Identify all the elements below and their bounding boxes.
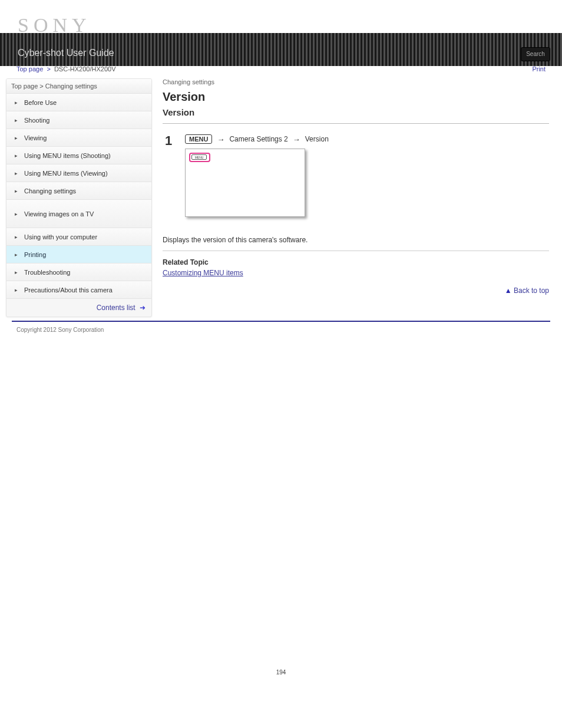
sidebar-item-changing-settings[interactable]: Changing settings: [6, 182, 151, 200]
content-area: Changing settings Version Version 1 MENU…: [163, 76, 556, 295]
description-text: Displays the version of this camera's so…: [163, 235, 549, 246]
sidebar-item-computer[interactable]: Using with your computer: [6, 228, 151, 246]
sidebar-item-shooting[interactable]: Shooting: [6, 111, 151, 129]
sidebar-item-troubleshooting[interactable]: Troubleshooting: [6, 263, 151, 281]
page-subtitle: Version: [163, 107, 549, 117]
back-to-top[interactable]: ▲ Back to top: [163, 286, 549, 295]
sidebar-item-tv[interactable]: Viewing images on a TV: [6, 200, 151, 228]
content-section: Changing settings: [163, 78, 549, 90]
sidebar-item-label: Using MENU items (Viewing): [24, 170, 108, 177]
triangle-up-icon: ▲: [505, 286, 512, 295]
menu-badge: MENU: [185, 134, 212, 144]
sidebar-item-label: Using MENU items (Shooting): [24, 152, 111, 159]
sidebar-item-precautions[interactable]: Precautions/About this camera: [6, 281, 151, 299]
top-page-link[interactable]: Top page: [16, 65, 43, 73]
search-button[interactable]: Search: [521, 47, 550, 61]
screen-menu-label: MENU: [191, 154, 207, 160]
arrow-right-icon: →: [293, 135, 300, 144]
sidebar-contents-link[interactable]: Contents list ➜: [6, 299, 151, 317]
sidebar-item-label: Before Use: [24, 99, 57, 106]
sidebar-item-label: Shooting: [24, 117, 49, 124]
sidebar-item-label: Using with your computer: [24, 233, 97, 241]
step-row: 1 MENU → Camera Settings 2 → Version MEN…: [165, 134, 549, 229]
sidebar-item-before-use[interactable]: Before Use: [6, 94, 151, 111]
step-path: MENU → Camera Settings 2 → Version: [185, 134, 549, 144]
sidebar-item-label: Viewing images on a TV: [24, 210, 94, 218]
sidebar-item-label: Precautions/About this camera: [24, 286, 113, 294]
sidebar-item-menu-viewing[interactable]: Using MENU items (Viewing): [6, 164, 151, 182]
sidebar-item-menu-shooting[interactable]: Using MENU items (Shooting): [6, 147, 151, 164]
path-part-1: Camera Settings 2: [229, 135, 287, 143]
model-name: DSC-HX200/HX200V: [54, 65, 116, 73]
related-title: Related Topic: [163, 258, 549, 266]
sidebar-item-printing[interactable]: Printing: [6, 246, 151, 263]
footer-rule: [12, 321, 550, 322]
path-part-2: Version: [305, 135, 329, 143]
copyright: Copyright 2012 Sony Corporation: [0, 327, 562, 351]
step-number: 1: [165, 134, 177, 229]
brand-logo: SONY: [18, 14, 544, 37]
sidebar-item-label: Viewing: [24, 134, 47, 141]
print-link[interactable]: Print: [532, 65, 546, 73]
sidebar-contents-label: Contents list: [97, 304, 135, 312]
page-title: Version: [163, 90, 549, 104]
arrow-right-icon: ➜: [140, 304, 146, 312]
separator: [163, 123, 549, 124]
sidebar-item-label: Troubleshooting: [24, 269, 70, 276]
sidebar-item-viewing[interactable]: Viewing: [6, 129, 151, 147]
page-number: 194: [0, 669, 562, 687]
thin-separator: [163, 251, 549, 251]
sidebar-item-label: Changing settings: [24, 187, 76, 195]
arrow-right-icon: →: [217, 135, 224, 144]
guide-title: Cyber-shot User Guide: [18, 48, 114, 58]
sidebar: Top page > Changing settings Before Use …: [6, 78, 152, 317]
header: SONY Cyber-shot User Guide Search: [0, 0, 562, 62]
sidebar-breadcrumb: Top page > Changing settings: [6, 79, 151, 94]
sidebar-item-label: Printing: [24, 251, 46, 258]
screen-preview: MENU: [185, 149, 305, 217]
related-link[interactable]: Customizing MENU items: [163, 269, 549, 277]
back-to-top-label: Back to top: [514, 286, 549, 295]
